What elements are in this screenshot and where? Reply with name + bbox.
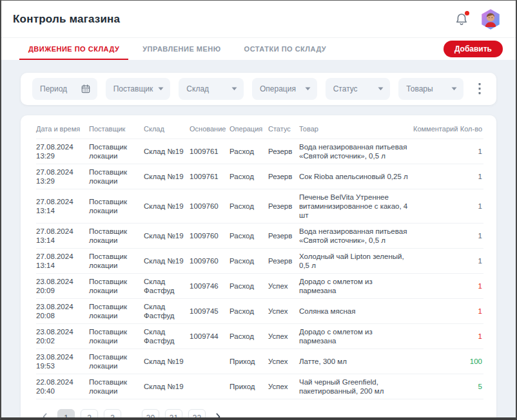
cell-datetime: 23.08.202420:09 [36,274,89,299]
app-window: Контроль магазина [0,0,517,420]
time-text: 13:14 [36,261,85,270]
cell-warehouse: Склад №19 [144,374,190,399]
filter-chip-5[interactable]: Товары [398,78,463,100]
date-text: 23.08.2024 [36,302,85,311]
notifications-button[interactable] [454,12,469,27]
filter-bar: ПериодПоставщикСкладОперацияСтатусТовары [21,73,496,105]
tab-1[interactable]: УПРАВЛЕНИЕ МЕНЮ [133,38,229,60]
filter-chip-0[interactable]: Период [32,78,97,100]
cell-quantity: 1 [457,189,483,224]
time-text: 13:29 [36,151,85,160]
notification-dot [465,11,469,15]
cell-comment [413,164,457,189]
cell-product: Печенье BelVita Утреннее витаминизирован… [299,189,413,224]
cell-operation: Расход [229,189,268,224]
time-text: 13:14 [36,206,85,215]
cell-datetime: 27.08.202413:29 [36,139,89,164]
tab-bar-tabs: ДВИЖЕНИЕ ПО СКЛАДУУПРАВЛЕНИЕ МЕНЮОСТАТКИ… [19,38,335,60]
table-body: 27.08.202413:29Поставщик локацииСклад №1… [36,139,483,399]
date-text: 27.08.2024 [36,197,85,206]
cell-status: Успех [268,349,299,374]
date-text: 23.08.2024 [36,352,85,361]
table-row: 27.08.202413:14Поставщик локацииСклад №1… [36,189,483,224]
cell-supplier: Поставщик локации [89,139,144,164]
cell-operation: Расход [229,139,268,164]
time-text: 13:14 [36,236,85,245]
filter-chip-2[interactable]: Склад [179,78,244,100]
filter-chip-3[interactable]: Операция [252,78,317,100]
pagination-page-32[interactable]: 32 [188,409,206,417]
time-text: 13:29 [36,177,85,186]
cell-operation: Расход [229,224,268,249]
filter-chip-label: Период [40,84,67,93]
cell-supplier: Поставщик локации [89,274,144,299]
cell-comment [413,324,457,349]
cell-status: Успех [268,299,299,324]
column-header-8: Кол-во [457,119,483,139]
cell-comment [413,349,457,374]
pagination-next-button[interactable] [211,410,224,417]
filter-chip-label: Склад [186,84,209,93]
cell-document-number: 1009761 [190,164,229,189]
cell-product: Дорадо с омлетом из пармезана [299,324,413,349]
cell-operation: Расход [229,324,268,349]
tab-0[interactable]: ДВИЖЕНИЕ ПО СКЛАДУ [19,38,128,60]
movements-table-card: Дата и времяПоставщикСкладОснованиеОпера… [21,115,496,417]
pagination-page-2[interactable]: 2 [81,409,98,417]
cell-comment [413,249,457,274]
cell-quantity: 100 [457,349,483,374]
cell-quantity: 1 [457,274,483,299]
chevron-right-icon [214,412,222,417]
cell-warehouse: Склад №19 [144,164,190,189]
cell-datetime: 22.08.202420:40 [36,374,89,399]
time-text: 20:40 [36,387,85,396]
cell-product: Вода негазированная питьевая «Святой ист… [299,139,413,164]
header-actions [454,8,502,30]
cell-comment [413,374,457,399]
cell-operation: Приход [229,374,268,399]
cell-status: Резерв [268,164,299,189]
tab-2[interactable]: ОСТАТКИ ПО СКЛАДУ [235,38,336,60]
cell-product: Холодный чай Lipton зеленый, 0,5 л [299,249,413,274]
cell-comment [413,299,457,324]
cell-product: Дорадо с омлетом из пармезана [299,274,413,299]
cell-warehouse: Склад №19 [144,349,190,374]
chevron-down-icon [378,87,384,91]
date-text: 27.08.2024 [36,167,85,177]
cell-status: Резерв [268,249,299,274]
table-row: 27.08.202413:14Поставщик локацииСклад №1… [36,249,483,274]
pagination: 123...303132 [39,409,481,417]
cell-datetime: 23.08.202420:02 [36,324,89,349]
cell-product: Вода негазированная питьевая «Святой ист… [299,224,413,249]
cell-datetime: 27.08.202413:29 [36,164,89,189]
cell-product: Солянка мясная [299,299,413,324]
cell-datetime: 27.08.202413:14 [36,224,89,249]
cell-supplier: Поставщик локации [89,299,144,324]
date-text: 23.08.2024 [36,327,85,336]
cell-datetime: 23.08.202420:08 [36,299,89,324]
filter-chip-4[interactable]: Статус [326,78,391,100]
cell-operation: Расход [229,164,268,189]
time-text: 20:02 [36,336,85,345]
cell-operation: Расход [229,249,268,274]
filter-chip-label: Товары [406,84,433,93]
user-avatar[interactable] [480,8,502,30]
pagination-page-3[interactable]: 3 [104,409,121,417]
column-header-6: Товар [299,119,413,139]
kebab-menu-icon[interactable] [474,82,485,96]
pagination-page-30[interactable]: 30 [142,409,159,417]
cell-document-number [190,349,229,374]
cell-warehouse: Склад Фастфуд [144,299,190,324]
filter-chip-label: Поставщик [113,84,153,93]
chevron-left-icon [41,412,49,417]
cell-comment [413,274,457,299]
add-button[interactable]: Добавить [444,41,503,57]
pagination-page-1[interactable]: 1 [57,409,75,417]
pagination-prev-button[interactable] [39,410,52,417]
filter-chip-1[interactable]: Поставщик [106,78,171,100]
cell-product: Сок Rioba апельсиновый 0,25 л [299,164,413,189]
cell-warehouse: Склад №19 [144,139,190,164]
pagination-page-31[interactable]: 31 [165,409,182,417]
cell-quantity: 1 [457,324,483,349]
cell-product: Латте, 300 мл [299,349,413,374]
